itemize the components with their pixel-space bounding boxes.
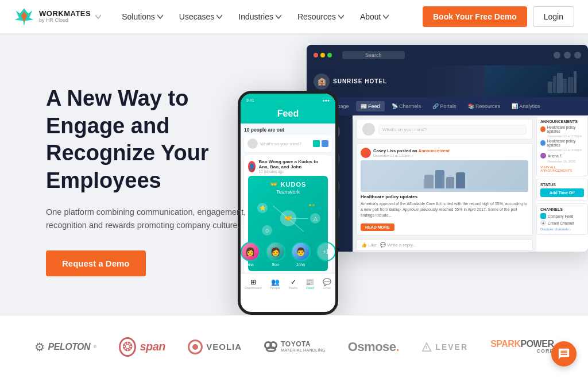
logo-peloton: ⚙ PELOTON ®: [34, 340, 97, 354]
chat-icon: 💬: [323, 278, 331, 286]
chevron-down-icon: [276, 14, 281, 20]
feed-icon: 📰: [305, 278, 314, 286]
nav-actions: Book Your Free Demo Login: [423, 6, 574, 27]
phone-post-user: Bao Wong gave a Kudos to Ana, Bao, and J…: [258, 159, 328, 169]
phone-post-input: What's on your mind?: [244, 135, 332, 152]
peloton-icon: ⚙: [34, 340, 45, 354]
desktop-right-sidebar: ANNOUNCEMENTS Healthcare policy updates …: [536, 115, 588, 252]
logo-osmose: Osmose.: [348, 340, 399, 354]
window-dot-3: [327, 53, 332, 57]
hero-title: A New Way to Engage and Recognize Your E…: [46, 85, 253, 194]
phone-nav-people[interactable]: 👥 People: [270, 278, 281, 290]
tab-portals[interactable]: 🔗 Portals: [428, 101, 461, 111]
avatar-soo-img: 🧑: [266, 242, 285, 261]
discover-channels-link[interactable]: Discover channels ›: [540, 227, 584, 231]
kudos-node-3: ◇: [262, 225, 272, 236]
logo-toyota: TOYOTA MATERIAL HANDLING: [264, 341, 325, 353]
tab-feed[interactable]: 📰 Feed: [356, 101, 385, 111]
phone-avatars: 👩 Ana 🧑 Soo 👨 John: [253, 242, 323, 267]
status-card: STATUS Add Time Off: [536, 179, 588, 201]
toyota-text: TOYOTA MATERIAL HANDLING: [281, 341, 325, 353]
announcements-card: ANNOUNCEMENTS Healthcare policy updates …: [536, 115, 588, 176]
view-all-announcements[interactable]: VIEW ALL ANNOUNCEMENTS: [540, 165, 584, 172]
add-time-off-button[interactable]: Add Time Off: [540, 188, 584, 197]
dashboard-icon: ⊞: [245, 278, 261, 286]
people-out-count: 10 people are out: [244, 127, 332, 133]
book-demo-button[interactable]: Book Your Free Demo: [423, 6, 527, 27]
create-channel[interactable]: + Create Channel: [540, 220, 584, 226]
kudos-node-1: ⭐: [257, 203, 268, 213]
logo-lever: LEVER: [421, 342, 468, 352]
announcement-item-3: Ariena F.: [540, 153, 584, 159]
tab-channels[interactable]: 📡 Channels: [387, 101, 426, 111]
phone-feed-title: Feed: [246, 109, 330, 119]
kudos-dots: [309, 204, 315, 206]
hotel-name: SUNRISE HOTEL: [333, 78, 387, 84]
kudos-center-node: 🤝: [280, 210, 296, 226]
request-demo-button[interactable]: Request a Demo: [46, 250, 146, 276]
lever-text: LEVER: [435, 342, 468, 352]
kudos-teamwork-title: Teamwork: [253, 189, 323, 195]
toyota-icon: [264, 341, 277, 352]
nav-resources[interactable]: Resources: [291, 7, 351, 26]
osmose-text: Osmose.: [348, 340, 399, 354]
phone-header: Feed: [241, 106, 335, 124]
channels-title: CHANNELS: [540, 207, 584, 211]
chevron-down-icon: [216, 14, 222, 20]
chat-bubble-button[interactable]: [551, 341, 577, 367]
chevron-down-icon: [157, 14, 163, 20]
window-dot-1: [314, 53, 318, 57]
kudos-network: 🤝 ⭐ △ ◇: [253, 198, 323, 238]
logos-strip: ⚙ PELOTON ® ❂ span VEOLIA TOYOTA MATERIA…: [0, 315, 588, 378]
desktop-topbar: Search: [307, 45, 588, 65]
window-dot-2: [320, 53, 325, 57]
phone-avatar-john: 👨 John: [291, 242, 311, 267]
desktop-body: 🏠 👥 📰 💬: [307, 115, 588, 252]
nav-solutions[interactable]: Solutions: [115, 7, 170, 26]
avatar-soo-name: Soo: [266, 263, 285, 267]
phone-nav-tasks[interactable]: ✓ Tasks: [289, 278, 297, 290]
nav-links: Solutions Usecases Industries Resources …: [115, 7, 423, 26]
logo-sub: by HR Cloud: [39, 18, 91, 24]
logo-icon: [14, 6, 34, 27]
phone-bottom-nav: ⊞ Dashboard 👥 People ✓ Tasks 📰 Feed 💬: [241, 273, 335, 294]
phone-nav-feed[interactable]: 📰 Feed: [305, 278, 314, 290]
logo-chevron-icon: [95, 14, 101, 20]
phone-mockup: 9:41 ●●● Feed 10 people are out What's o…: [238, 91, 338, 315]
phone-status-bar: 9:41 ●●●: [241, 94, 335, 106]
veolia-text: VEOLIA: [206, 342, 242, 352]
tab-resources[interactable]: 📚 Resources: [463, 101, 505, 111]
avatar-john-img: 👨: [291, 242, 311, 261]
phone-avatar-soo: 🧑 Soo: [266, 242, 285, 267]
phone-post: 👤 Bao Wong gave a Kudos to Ana, Bao, and…: [244, 155, 332, 273]
phone-avatar-extra: +1: [316, 242, 336, 267]
desktop-mockup: Search 🏨 SUNRISE HOTEL: [307, 45, 588, 252]
nav-usecases[interactable]: Usecases: [172, 7, 229, 26]
status-title: STATUS: [540, 183, 584, 187]
logo-text: WORKMATES by HR Cloud: [39, 10, 91, 24]
avatar-extra-img: +1: [316, 242, 336, 261]
tasks-icon: ✓: [289, 278, 297, 286]
feed-post-image: [361, 160, 528, 192]
chat-bubble-icon: [558, 348, 570, 360]
span-icon: ❂: [119, 337, 136, 357]
desktop-feed-area: What's on your mind? Casey Liss posted a…: [353, 115, 536, 252]
channels-card: CHANNELS Company Feed + Create Channel D…: [536, 203, 588, 235]
chevron-down-icon: [383, 14, 389, 20]
peloton-text: PELOTON: [48, 342, 91, 352]
avatar-john-name: John: [291, 263, 311, 267]
logo[interactable]: WORKMATES by HR Cloud: [14, 6, 101, 27]
nav-about[interactable]: About: [353, 7, 396, 26]
lever-icon: [421, 342, 432, 352]
phone-nav-chat[interactable]: 💬 Chat: [323, 278, 331, 290]
phone-nav-dashboard[interactable]: ⊞ Dashboard: [245, 278, 261, 290]
hero-section: A New Way to Engage and Recognize Your E…: [0, 33, 588, 315]
logo-span: ❂ span: [119, 337, 165, 357]
tab-analytics[interactable]: 📊 Analytics: [507, 101, 544, 111]
read-more-button[interactable]: READ MORE: [361, 223, 394, 231]
announcement-item-1: Healthcare policy updates: [540, 125, 584, 133]
login-button[interactable]: Login: [533, 6, 574, 27]
nav-industries[interactable]: Industries: [231, 7, 288, 26]
hero-text: A New Way to Engage and Recognize Your E…: [46, 68, 253, 276]
veolia-icon: [188, 340, 203, 354]
